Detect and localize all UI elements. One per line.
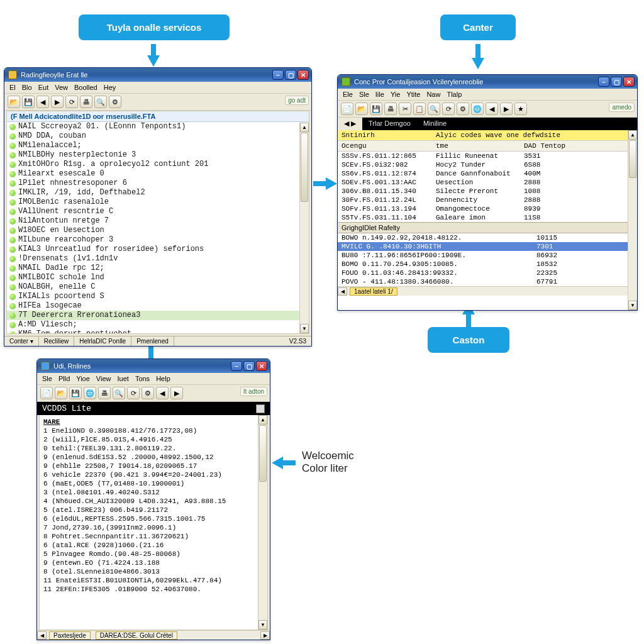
menu-item[interactable]: Iile	[375, 91, 384, 98]
scroll-thumb[interactable]	[301, 133, 308, 202]
tool-icon[interactable]: ⚙	[142, 387, 154, 399]
menu-item[interactable]: Vew	[55, 84, 68, 91]
tool-back-icon[interactable]: ◀	[36, 96, 49, 108]
scroll-down-icon[interactable]: ▼	[300, 324, 309, 333]
tool-icon[interactable]: ◀	[156, 387, 169, 399]
tool-icon[interactable]: ⚙	[457, 103, 469, 115]
table-row[interactable]: SOEv.FS.001.13:AACUesection2888	[338, 178, 637, 187]
close-button[interactable]: ✕	[623, 77, 635, 87]
list-item[interactable]: KM6 Tom derurt pontiuebot.	[7, 330, 309, 333]
tab-active[interactable]: ◀ ▶	[338, 118, 362, 130]
menu-item[interactable]: View	[96, 375, 111, 382]
list-item[interactable]: A:MD Vliesch;	[7, 320, 309, 330]
scroll-thumb[interactable]	[629, 140, 636, 178]
table-row[interactable]: SSSv.FS.011.12:865Fillic Runeenat3531	[338, 152, 637, 160]
list-item[interactable]: NMILBDHy nesterplectonie 3	[7, 150, 309, 160]
tool-icon[interactable]: ◀	[486, 103, 498, 115]
tool-icon[interactable]: ▶	[170, 387, 183, 399]
table-row[interactable]: BOWO n.149.02.92,20418.48122.10115	[338, 233, 637, 242]
table-row[interactable]: MVILC G. .8410.30:3HGITH7301	[338, 242, 637, 251]
toolbar-tag[interactable]: go adt	[285, 96, 309, 105]
scroll-up-icon[interactable]: ▲	[258, 415, 267, 425]
status-cell[interactable]: Recliliew	[39, 336, 74, 346]
page-icon[interactable]	[256, 404, 265, 413]
menu-item[interactable]: Eut	[38, 84, 49, 91]
list-item[interactable]: Milearxt esescale 0	[7, 169, 309, 179]
status-cell[interactable]: Pmenlened	[131, 336, 174, 346]
menu-item[interactable]: Yie	[391, 91, 401, 98]
tool-icon[interactable]: 🌐	[471, 103, 484, 115]
table-row[interactable]: SCEv.FS.0i32:982Hocy2 Tunder6S88	[338, 160, 637, 169]
tool-save-icon[interactable]: 💾	[22, 96, 35, 108]
list-item[interactable]: IMKLIR, /19, idd, Defthabel2	[7, 188, 309, 197]
tool-config-icon[interactable]: ⚙	[109, 96, 121, 108]
toolbar-tag[interactable]: It adton	[240, 387, 267, 396]
minimize-button[interactable]: –	[231, 361, 242, 371]
toolbar-tag[interactable]: amedo	[609, 103, 635, 112]
menu-item[interactable]: Sle	[42, 375, 52, 382]
rules-list[interactable]: NAIL Sccreoya2 01. (LEonnn Tenponts1)NMD…	[7, 122, 309, 333]
horizontal-scrollbar[interactable]: ◀ 1aatel lateli 1/ ▶	[338, 286, 637, 296]
scroll-left-icon[interactable]: ◀	[37, 631, 47, 640]
titlebar[interactable]: Udi, Rnlines – ▢ ✕	[37, 359, 270, 373]
col-header[interactable]: DAD Tentop	[520, 141, 577, 151]
tab[interactable]: Miniline	[417, 118, 453, 130]
list-item[interactable]: NMILBOIC schole lnd	[7, 273, 309, 282]
tool-icon[interactable]: 📄	[341, 103, 353, 115]
list-item[interactable]: !Drensenats (lv1.1dn1v	[7, 254, 309, 264]
menu-item[interactable]: Ele	[343, 91, 353, 98]
list-item[interactable]: IKIALls pcoortend S	[7, 292, 309, 301]
vertical-scrollbar[interactable]: ▲ ▼	[628, 130, 637, 310]
minimize-button[interactable]: –	[272, 70, 284, 80]
scroll-down-icon[interactable]: ▼	[628, 301, 637, 310]
tool-fwd-icon[interactable]: ▶	[51, 96, 64, 108]
tool-icon[interactable]: ★	[514, 103, 527, 115]
list-item[interactable]: NMD DDA, couban	[7, 131, 309, 141]
menu-item[interactable]: Iuet	[118, 375, 129, 382]
tool-icon[interactable]: 🔍	[113, 387, 125, 399]
menu-item[interactable]: Ytite	[406, 91, 420, 98]
tool-icon[interactable]: 📂	[55, 387, 67, 399]
menu-item[interactable]: Yioe	[76, 375, 90, 382]
table-row[interactable]: BOMO 0.11.70.254.9305:10085.18532	[338, 260, 637, 269]
tool-icon[interactable]: 📋	[413, 103, 426, 115]
code-area[interactable]: MARE1 EneliOND 0.3980188.412/76.17723,08…	[40, 415, 267, 630]
tool-icon[interactable]: 🔍	[428, 103, 440, 115]
table-row[interactable]: FOUO 0.11.03:46.28413:99332.22325	[338, 269, 637, 277]
scroll-up-icon[interactable]: ▲	[300, 123, 309, 132]
list-item[interactable]: W18OEC en Uesection	[7, 226, 309, 235]
tool-search-icon[interactable]: 🔍	[94, 96, 107, 108]
list-item[interactable]: NMAIL Dadle rpc 12;	[7, 264, 309, 273]
horizontal-scrollbar[interactable]: ◀ Paxtesljede DAREA:DSE. Golul Crétel ▶	[37, 630, 270, 640]
table-row[interactable]: BU80 :7.11.96:8656IP600:1909E.86932	[338, 251, 637, 260]
titlebar[interactable]: Radingfieoylle Erat lle – ▢ ✕	[4, 68, 311, 82]
list-item[interactable]: 7T Deerercra Rreronationea3	[7, 311, 309, 320]
col-header[interactable]: Alyic codes wave one defwdsite	[432, 130, 637, 140]
minimize-button[interactable]: –	[598, 77, 609, 87]
menu-item[interactable]: Boolled	[74, 84, 97, 91]
menu-item[interactable]: Plld	[58, 375, 70, 382]
tool-print-icon[interactable]: 🖶	[80, 96, 92, 108]
tool-icon[interactable]: ▶	[500, 103, 513, 115]
list-item[interactable]: NOALBGH, enelle C	[7, 282, 309, 292]
tool-icon[interactable]: 💾	[370, 103, 382, 115]
table-row[interactable]: SS6v.FS.011.12:874Dance Gannfonaboit400M	[338, 169, 637, 178]
tool-icon[interactable]: ⟳	[127, 387, 140, 399]
status-cell[interactable]: HelrlaDIC Ponlle	[74, 336, 131, 346]
scroll-down-icon[interactable]: ▼	[258, 620, 267, 630]
tool-icon[interactable]: 📂	[355, 103, 368, 115]
close-button[interactable]: ✕	[297, 70, 309, 80]
tool-icon[interactable]: 📄	[40, 387, 53, 399]
menu-item[interactable]: Hey	[104, 84, 116, 91]
tool-icon[interactable]: 🌐	[84, 387, 96, 399]
list-item[interactable]: VAllUnent rescntrie C	[7, 207, 309, 216]
grid-body[interactable]: SSSv.FS.011.12:865Fillic Runeenat3531SCE…	[338, 152, 637, 222]
maximize-button[interactable]: ▢	[285, 70, 296, 80]
list-item[interactable]: NMilenalaccel;	[7, 141, 309, 150]
maximize-button[interactable]: ▢	[243, 361, 255, 371]
list-item[interactable]: NAIL Sccreoya2 01. (LEonnn Tenponts1)	[7, 122, 309, 131]
menu-item[interactable]: Help	[156, 375, 170, 382]
menu-item[interactable]: Sle	[359, 91, 369, 98]
table-row[interactable]: SOFv.FS.011.13.194Omangomectoce8939	[338, 204, 637, 213]
table-row[interactable]: POVO - 411.48:1380.3466080.67791	[338, 277, 637, 286]
